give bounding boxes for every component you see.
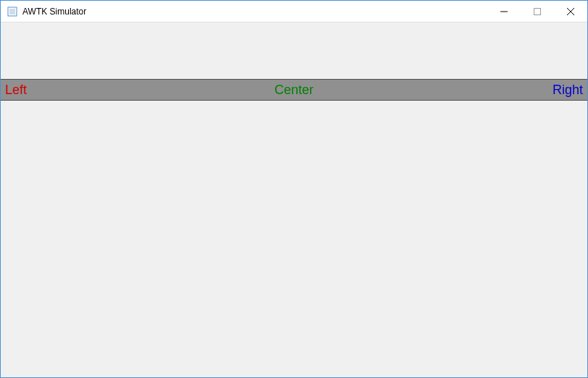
titlebar[interactable]: AWTK Simulator: [1, 1, 587, 22]
alignment-bar: Left Center Right: [1, 79, 587, 101]
client-area: Left Center Right: [1, 22, 587, 377]
window-title: AWTK Simulator: [22, 7, 86, 17]
window-controls: [487, 1, 587, 22]
svg-rect-3: [534, 8, 541, 14]
maximize-button[interactable]: [521, 1, 554, 22]
window-frame: AWTK Simulator Left Center Right: [0, 0, 588, 378]
app-icon: [7, 6, 18, 17]
right-label: Right: [390, 83, 583, 98]
center-label: Center: [198, 83, 390, 98]
close-button[interactable]: [554, 1, 587, 22]
left-label: Left: [5, 83, 198, 98]
svg-rect-1: [9, 9, 15, 14]
minimize-button[interactable]: [487, 1, 521, 22]
